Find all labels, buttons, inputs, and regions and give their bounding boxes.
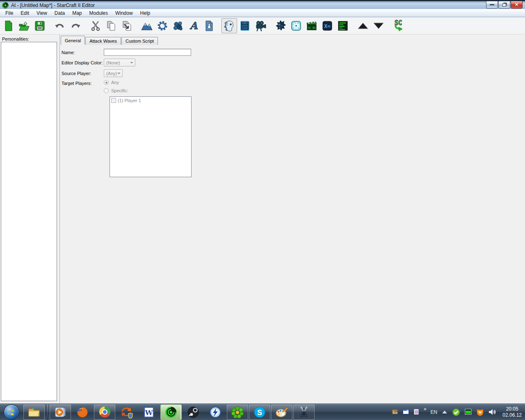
cutscene-clapper-button[interactable]: SC 02 — [304, 18, 320, 33]
move-down-button[interactable] — [371, 18, 386, 33]
tab-general[interactable]: General — [61, 36, 85, 45]
open-map-button[interactable] — [16, 18, 32, 33]
source-player-label: Source Player: — [62, 71, 104, 76]
minimize-button[interactable] — [486, 1, 498, 9]
hidden-icons-arrow[interactable] — [442, 411, 447, 413]
chrome-icon — [99, 406, 110, 418]
terrain-module-button[interactable] — [139, 18, 155, 33]
sc2-editor-swirl-icon — [164, 406, 178, 419]
steam-icon — [187, 406, 200, 419]
import-module-button[interactable] — [201, 18, 217, 33]
menu-data[interactable]: Data — [51, 9, 68, 17]
cut-scissors-icon — [90, 20, 101, 32]
taskbar-item-steam[interactable] — [183, 404, 204, 420]
purple-app-icon[interactable] — [413, 409, 420, 415]
player1-checkbox[interactable] — [111, 98, 116, 103]
media-player-icon — [54, 406, 67, 419]
script-module-button[interactable] — [335, 18, 351, 33]
menu-map[interactable]: Map — [68, 9, 85, 17]
tab-custom-script[interactable]: Custom Script — [121, 37, 158, 45]
overview-manager-button[interactable] — [273, 18, 288, 33]
personalities-label: Personalities: — [0, 34, 59, 43]
svg-text:A: A — [189, 20, 198, 32]
menu-file[interactable]: File — [2, 9, 17, 17]
taskbar-item-chrome[interactable] — [94, 404, 115, 420]
scroll-icon[interactable] — [392, 409, 399, 415]
svg-text:X=: X= — [324, 23, 331, 29]
language-indicator[interactable]: EN — [431, 409, 438, 415]
target-specific-label: Specific: — [111, 88, 128, 93]
start-button[interactable] — [4, 404, 19, 420]
specific-players-list[interactable]: (1) Player 1 — [110, 96, 192, 177]
name-input[interactable] — [104, 49, 191, 56]
paint-palette-icon — [275, 406, 288, 419]
taskbar-item-explorer[interactable] — [23, 404, 45, 420]
starcraft2-logo-icon — [297, 406, 310, 419]
screen-share-icon[interactable] — [464, 408, 472, 416]
redo-button[interactable] — [68, 18, 83, 33]
move-up-button[interactable] — [355, 18, 371, 33]
test-document-button[interactable]: SC — [391, 18, 406, 33]
copy-button[interactable] — [103, 18, 119, 33]
menu-window[interactable]: Window — [112, 9, 137, 17]
personalities-list[interactable] — [1, 42, 57, 401]
taskbar-item-media-player[interactable] — [50, 404, 71, 420]
redo-icon — [70, 20, 81, 32]
text-module-icon: A — [188, 20, 199, 32]
chevron-down-icon — [130, 62, 133, 64]
taskbar-item-daemon-tools[interactable] — [205, 404, 226, 420]
taskbar-item-starcraft2[interactable] — [293, 404, 315, 420]
paste-button[interactable] — [119, 18, 135, 33]
tab-attack-waves[interactable]: Attack Waves — [85, 37, 121, 45]
script-terminal-icon — [337, 20, 349, 32]
cutscene-module-button[interactable] — [253, 18, 268, 33]
undo-button[interactable] — [52, 18, 68, 33]
target-specific-radio[interactable] — [104, 88, 109, 93]
taskbar-item-sc2-editor[interactable] — [160, 404, 182, 420]
general-form: Name: Editor Display Color: (None) Sourc… — [62, 49, 525, 177]
save-map-button[interactable] — [32, 18, 48, 33]
antivirus-check-icon[interactable] — [452, 408, 460, 416]
close-button[interactable]: ✕ — [511, 1, 523, 9]
variables-module-button[interactable]: X= — [320, 18, 335, 33]
menu-edit[interactable]: Edit — [17, 9, 33, 17]
ai-module-button[interactable] — [221, 18, 237, 33]
target-any-radio[interactable] — [104, 80, 109, 85]
security-shield-icon[interactable] — [476, 408, 484, 416]
restore-button[interactable] — [498, 1, 510, 9]
data-module-button[interactable] — [170, 18, 186, 33]
import-icon — [203, 20, 215, 32]
target-players-label: Target Players: — [62, 80, 104, 86]
text-module-button[interactable]: A — [186, 18, 201, 33]
clock[interactable]: 20:05 02.06.12 — [502, 406, 522, 418]
menu-modules[interactable]: Modules — [86, 9, 112, 17]
new-document-button[interactable] — [1, 18, 16, 33]
triggers-module-button[interactable] — [155, 18, 170, 33]
ui-module-button[interactable]: UI — [237, 18, 253, 33]
clock-date: 02.06.12 — [502, 412, 522, 418]
cut-button[interactable] — [88, 18, 103, 33]
player-row[interactable]: (1) Player 1 — [111, 98, 190, 103]
taskbar-item-icq[interactable] — [227, 404, 248, 420]
menu-help[interactable]: Help — [137, 9, 154, 17]
galaxy-module-button[interactable] — [288, 18, 304, 33]
source-player-select[interactable]: (Any) — [104, 69, 123, 77]
down-triangle-icon — [372, 20, 385, 32]
sync-arrows-shield-icon — [120, 406, 133, 419]
cyan-gear-icon — [290, 20, 302, 32]
volume-icon[interactable] — [488, 408, 497, 416]
editor-display-color-label: Editor Display Color: — [62, 60, 104, 65]
restore-icon — [502, 3, 506, 7]
menu-view[interactable]: View — [33, 9, 51, 17]
source-player-value: (Any) — [106, 71, 117, 76]
taskbar: W — [0, 404, 525, 420]
taskbar-item-paint[interactable] — [271, 404, 292, 420]
taskbar-item-skype[interactable]: S — [249, 404, 270, 420]
overflow-chevron[interactable]: » — [424, 406, 427, 412]
taskbar-item-word[interactable]: W — [138, 404, 160, 420]
window-icon[interactable] — [402, 409, 409, 415]
taskbar-item-firefox[interactable] — [72, 404, 93, 420]
player1-label: (1) Player 1 — [118, 98, 141, 103]
editor-display-color-select[interactable]: (None) — [104, 59, 135, 66]
taskbar-item-sync-app[interactable] — [116, 404, 137, 420]
